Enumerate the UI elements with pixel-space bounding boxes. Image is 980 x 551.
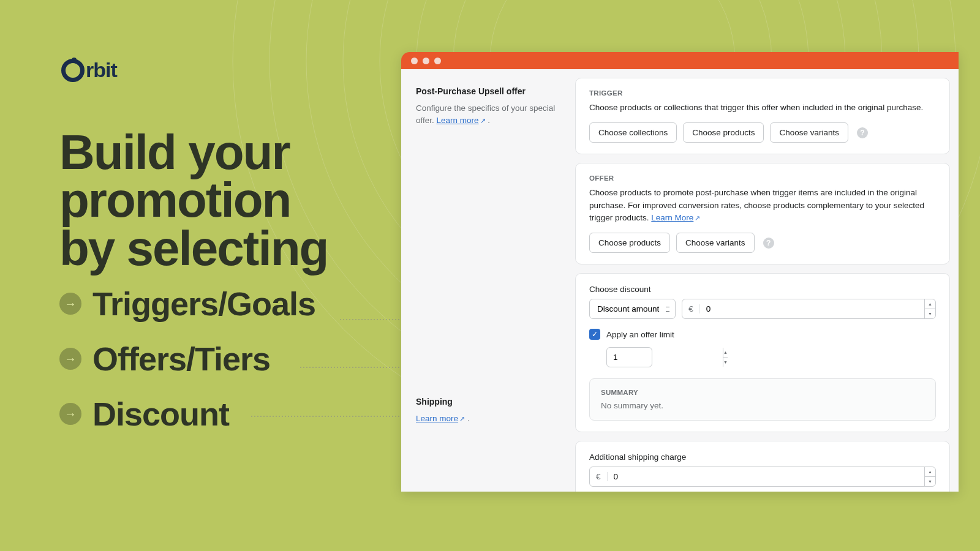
- stepper[interactable]: ▲▼: [924, 299, 935, 318]
- summary-text: No summary yet.: [601, 401, 924, 410]
- shipping-title: Shipping: [416, 397, 562, 407]
- offer-limit-input[interactable]: ▲▼: [606, 347, 652, 367]
- step-up-icon: ▲: [925, 299, 935, 309]
- close-icon[interactable]: [411, 58, 418, 64]
- window-titlebar: [401, 52, 959, 69]
- step-up-icon: ▲: [925, 467, 935, 477]
- hero-title: Build your promotion by selecting: [59, 129, 328, 272]
- bullet-list: → Triggers/Goals → Offers/Tiers → Discou…: [59, 285, 315, 450]
- bullet-label: Discount: [92, 395, 229, 433]
- learn-more-link[interactable]: Learn More: [651, 213, 693, 222]
- discount-type-select[interactable]: Discount amount: [589, 299, 676, 319]
- bullet-offers: → Offers/Tiers: [59, 340, 315, 378]
- offer-limit-label: Apply an offer limit: [606, 330, 674, 339]
- stepper[interactable]: ▲▼: [924, 467, 935, 486]
- offer-card: OFFER Choose products to promote post-pu…: [575, 163, 950, 264]
- offer-limit-field[interactable]: [607, 348, 723, 367]
- offer-label: OFFER: [589, 174, 936, 182]
- help-icon[interactable]: ?: [763, 238, 774, 249]
- maximize-icon[interactable]: [434, 58, 441, 64]
- external-link-icon: ↗: [459, 414, 465, 424]
- right-column: TRIGGER Choose products or collections t…: [575, 78, 959, 483]
- offer-desc: Choose products to promote post-purchase…: [589, 187, 936, 224]
- choose-discount-label: Choose discount: [589, 285, 936, 294]
- shipping-charge-input[interactable]: € ▲▼: [589, 467, 936, 487]
- hero-line-3: by selecting: [59, 225, 328, 272]
- shipping-charge-label: Additional shipping charge: [589, 452, 936, 462]
- hero-line-2: promotion: [59, 176, 328, 224]
- summary-label: SUMMARY: [601, 389, 924, 396]
- bullet-triggers: → Triggers/Goals: [59, 285, 315, 323]
- help-icon[interactable]: ?: [857, 127, 868, 138]
- trigger-label: TRIGGER: [589, 89, 936, 97]
- external-link-icon: ↗: [695, 213, 700, 223]
- step-down-icon: ▼: [723, 358, 728, 367]
- bullet-label: Triggers/Goals: [92, 285, 315, 323]
- external-link-icon: ↗: [480, 116, 486, 126]
- shipping-charge-field[interactable]: [608, 467, 924, 486]
- logo-text: rbit: [86, 58, 117, 82]
- choose-variants-button[interactable]: Choose variants: [676, 233, 755, 253]
- trigger-desc: Choose products or collections that trig…: [589, 102, 936, 114]
- hero-line-1: Build your: [59, 129, 328, 176]
- shipping-card: Additional shipping charge € ▲▼: [575, 441, 950, 492]
- arrow-icon: →: [59, 293, 81, 315]
- step-down-icon: ▼: [925, 309, 935, 318]
- choose-products-button[interactable]: Choose products: [683, 122, 764, 143]
- minimize-icon[interactable]: [423, 58, 429, 64]
- currency-prefix: €: [682, 304, 700, 313]
- choose-products-button[interactable]: Choose products: [589, 233, 670, 253]
- offer-limit-checkbox[interactable]: ✓: [589, 329, 600, 340]
- summary-box: SUMMARY No summary yet.: [589, 378, 936, 421]
- upsell-desc: Configure the specifics of your special …: [416, 102, 562, 127]
- trigger-card: TRIGGER Choose products or collections t…: [575, 78, 950, 154]
- step-down-icon: ▼: [925, 477, 935, 486]
- bullet-label: Offers/Tiers: [92, 340, 270, 378]
- choose-collections-button[interactable]: Choose collections: [589, 122, 677, 143]
- left-column: Post-Purchase Upsell offer Configure the…: [402, 78, 575, 483]
- bullet-discount: → Discount: [59, 395, 315, 433]
- upsell-title: Post-Purchase Upsell offer: [416, 86, 562, 96]
- shipping-desc: Learn more↗ .: [416, 413, 562, 425]
- app-window: Post-Purchase Upsell offer Configure the…: [401, 52, 959, 492]
- choose-variants-button[interactable]: Choose variants: [770, 122, 848, 143]
- currency-prefix: €: [590, 472, 608, 481]
- learn-more-link[interactable]: Learn more: [437, 116, 479, 125]
- discount-card: Choose discount Discount amount € ▲▼ ✓ A…: [575, 273, 950, 432]
- discount-amount-field[interactable]: [700, 299, 924, 318]
- learn-more-link[interactable]: Learn more: [416, 414, 458, 423]
- arrow-icon: →: [59, 403, 81, 425]
- step-up-icon: ▲: [723, 348, 728, 358]
- logo: rbit: [61, 58, 117, 82]
- arrow-icon: →: [59, 348, 81, 370]
- stepper[interactable]: ▲▼: [723, 348, 728, 367]
- logo-mark: [61, 59, 85, 82]
- discount-amount-input[interactable]: € ▲▼: [682, 299, 936, 319]
